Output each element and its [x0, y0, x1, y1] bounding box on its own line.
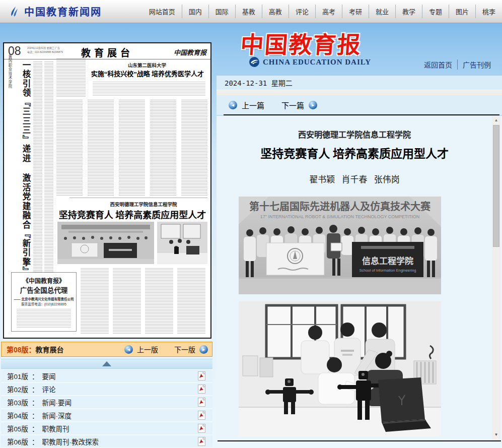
nav-item-gaokao[interactable]: 高考	[315, 5, 342, 18]
article-authors: 翟书颖 肖千春 张伟岗	[217, 172, 492, 185]
edition-link[interactable]: 第03版	[7, 397, 28, 407]
ad-rates-link[interactable]: 广告刊例	[457, 59, 496, 70]
divider-strip	[217, 90, 502, 95]
pdf-icon[interactable]	[198, 371, 205, 380]
scrollbar-down-icon[interactable]: ▼	[492, 432, 500, 437]
edition-link-name[interactable]: 评论	[42, 384, 56, 394]
edition-separator: ：	[32, 410, 39, 420]
text-column	[145, 268, 173, 334]
prev-page-icon[interactable]: ◀	[124, 345, 133, 354]
paper-logo-icon	[249, 56, 260, 68]
top-nav: 网站首页 国内 国际 基教 高教 评论 高考 考研 就业 教学 专题 图片 桃李	[142, 5, 502, 18]
newspaper-phone-line: 电话：010-82296888 82296879	[27, 50, 63, 54]
article-title: 坚持竞赛育人 培养高素质应用型人才	[217, 144, 492, 161]
pdf-icon[interactable]	[198, 437, 205, 446]
edition-separator: ：	[32, 384, 39, 394]
edition-link[interactable]: 第02版	[7, 384, 28, 394]
prev-article-button[interactable]: 上一篇	[242, 100, 264, 110]
edition-link[interactable]: 第01版	[7, 371, 28, 381]
divider	[69, 198, 207, 198]
issue-date: 2024-12-31 星期二	[225, 78, 293, 88]
school-flag: 信息工程学院 School of Information Engineering	[352, 242, 423, 277]
nav-item-photos[interactable]: 图片	[449, 5, 475, 18]
svg-text:信息工程学院: 信息工程学院	[362, 256, 413, 266]
vertical-school-label: 黄冈职业技术学院	[7, 54, 13, 90]
site-logo-text: 中国教育新闻网	[24, 4, 102, 19]
edition-link-name[interactable]: 新闻·要闻	[42, 397, 72, 407]
ad-title: 广告全国总代理	[12, 285, 76, 295]
nav-item-international[interactable]: 国际	[208, 5, 235, 18]
prev-page-button[interactable]: 上一版	[137, 344, 158, 354]
svg-text:17" INTERNATIONAL ROBOT & SIMU: 17" INTERNATIONAL ROBOT & SIMULATION TEC…	[260, 214, 420, 219]
nav-item-kaoyan[interactable]: 考研	[342, 5, 369, 18]
pdf-icon[interactable]	[198, 385, 205, 394]
current-edition-bar: 第08版： 教育展台 ◀ 上一版 下一版 ▶	[1, 342, 212, 357]
edition-link[interactable]: 第04版	[7, 410, 28, 420]
ad-paper-name: 《中国教育报》	[12, 276, 76, 285]
edition-separator: ：	[32, 436, 39, 446]
edition-row-06: 第06版 ： 职教周刊·教改探索	[1, 435, 212, 448]
page: 中国教育新闻网 网站首页 国内 国际 基教 高教 评论 高考 考研 就业 教学 …	[0, 0, 502, 448]
date-bar: 2024-12-31 星期二	[217, 76, 502, 90]
prev-article-icon[interactable]: ◀	[229, 101, 237, 109]
newspaper-page-thumbnail[interactable]: 08 2024年12月31日 星期二 广告 电话：010-82296888 82…	[3, 42, 211, 339]
nav-item-taoli[interactable]: 桃李	[475, 5, 502, 18]
edition-link[interactable]: 第05版	[7, 423, 28, 433]
edition-link-name[interactable]: 新闻·深度	[42, 410, 72, 420]
nav-item-comment[interactable]: 评论	[289, 5, 315, 18]
next-page-icon[interactable]: ▶	[199, 345, 208, 354]
newspaper-masthead: 08 2024年12月31日 星期二 广告 电话：010-82296888 82…	[4, 43, 210, 59]
scrollbar-thumb[interactable]	[493, 125, 499, 247]
svg-text:School of Information Engineer: School of Information Engineering	[360, 268, 416, 273]
ad-phone: 服务监督电话：(010)82296895	[12, 301, 76, 306]
article-kicker: 西安明德理工学院信息工程学院	[217, 128, 492, 140]
edition-link-name[interactable]: 职教周刊·教改探索	[42, 436, 99, 446]
nav-item-higher-edu[interactable]: 高教	[262, 5, 289, 18]
text-column	[181, 100, 207, 196]
text-column	[150, 100, 176, 196]
np-article1-headline: 实施“科技兴校”战略 培养优秀医学人才	[88, 69, 207, 78]
np-photo-lab	[157, 222, 207, 264]
nav-item-teaching[interactable]: 教学	[395, 5, 422, 18]
paper-masthead-title: 中国教育报	[240, 26, 363, 59]
edition-link-name[interactable]: 职教周刊	[42, 423, 69, 433]
nav-item-basic-edu[interactable]: 基教	[235, 5, 262, 18]
site-logo[interactable]: 中国教育新闻网	[0, 4, 102, 19]
back-home-link[interactable]: 返回首页	[419, 59, 457, 70]
text-column	[113, 268, 141, 334]
text-column	[56, 100, 83, 196]
header-links: 返回首页 广告刊例	[419, 59, 496, 70]
next-page-button[interactable]: 下一版	[174, 344, 195, 354]
np-article1-intro	[93, 82, 205, 96]
paper-masthead-en-text: CHINA EDUCATION DAILY	[263, 58, 371, 67]
box	[260, 358, 273, 377]
current-edition-name: 教育展台	[36, 344, 64, 354]
text-column	[56, 58, 86, 98]
svg-text:第十七届国际先进机器人及仿真技术大赛: 第十七届国际先进机器人及仿真技术大赛	[249, 201, 431, 212]
edition-row-01: 第01版 ： 要闻	[1, 370, 212, 383]
text-column	[119, 100, 145, 196]
np-article1-kicker: 山东第二医科大学	[89, 61, 205, 69]
pdf-icon[interactable]	[198, 411, 205, 420]
current-edition-number: 第08版：	[7, 344, 36, 354]
nav-item-domestic[interactable]: 国内	[182, 5, 208, 18]
site-topbar: 中国教育新闻网 网站首页 国内 国际 基教 高教 评论 高考 考研 就业 教学 …	[0, 0, 502, 23]
next-article-icon[interactable]: ▶	[309, 101, 317, 109]
edition-link[interactable]: 第06版	[7, 436, 28, 446]
text-column	[33, 61, 42, 273]
pdf-icon[interactable]	[198, 398, 205, 407]
edition-separator: ：	[32, 397, 39, 407]
next-article-button[interactable]: 下一篇	[281, 100, 304, 110]
edition-separator: ：	[32, 371, 39, 381]
nav-item-special[interactable]: 专题	[422, 5, 449, 18]
nav-item-home[interactable]: 网站首页	[142, 5, 182, 18]
pdf-icon[interactable]	[198, 424, 205, 433]
edition-row-03: 第03版 ： 新闻·要闻	[1, 396, 212, 409]
paper-masthead-en: CHINA EDUCATION DAILY	[249, 56, 371, 68]
edition-link-name[interactable]: 要闻	[42, 371, 56, 381]
scrollbar-up-icon[interactable]: ▲	[492, 118, 500, 122]
collapse-triangle-icon[interactable]	[102, 361, 111, 366]
text-column	[44, 61, 53, 273]
nav-item-employment[interactable]: 就业	[369, 5, 395, 18]
university-flag	[266, 243, 324, 275]
